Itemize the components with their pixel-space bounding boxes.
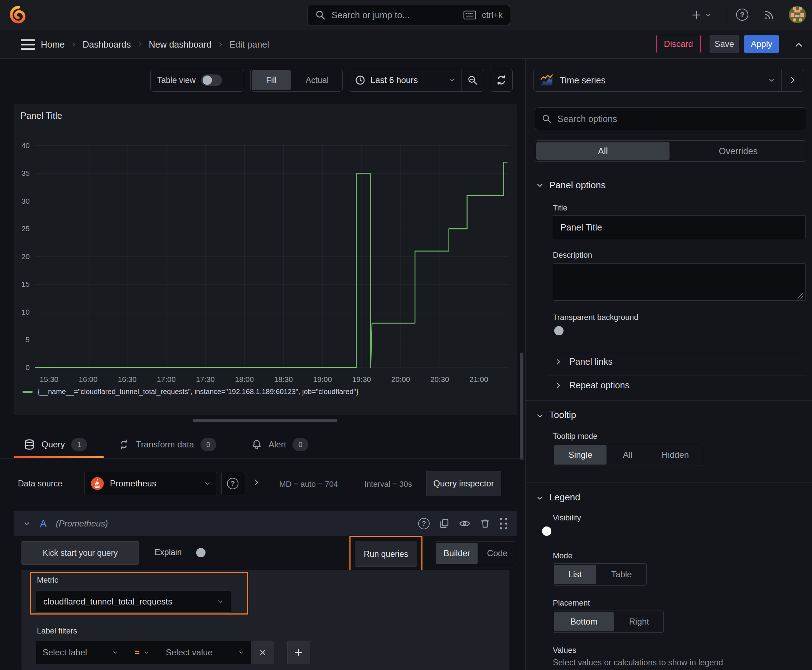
panel-options-collapse-icon [536, 181, 544, 189]
actions-divider [787, 37, 787, 52]
options-search-box[interactable]: Search options [535, 107, 806, 130]
refresh-button[interactable] [490, 69, 513, 91]
tooltip-collapse-icon [536, 411, 544, 420]
visualization-select[interactable]: Time series [534, 69, 781, 91]
save-button[interactable]: Save [710, 35, 739, 53]
tooltip-mode-hidden[interactable]: Hidden [648, 444, 703, 465]
panel-links-expand-icon [554, 358, 562, 366]
svg-text:17:30: 17:30 [196, 375, 215, 383]
help-icon[interactable]: ? [736, 8, 748, 21]
tooltip-header[interactable]: Tooltip [549, 409, 576, 421]
chart-legend-item[interactable]: {__name__="cloudflared_tunnel_total_requ… [22, 387, 358, 396]
label-filters-label: Label filters [37, 626, 77, 636]
global-search-box[interactable]: Search or jump to... ctrl+k [308, 5, 510, 25]
vertical-scrollbar-thumb[interactable] [520, 352, 524, 460]
breadcrumb-dashboards[interactable]: Dashboards [83, 39, 131, 50]
time-range-picker[interactable]: Last 6 hours [349, 69, 461, 91]
search-icon [315, 10, 326, 20]
zoom-out-time-button[interactable] [461, 69, 484, 91]
description-textarea[interactable] [553, 264, 805, 301]
tab-all[interactable]: All [536, 142, 670, 160]
code-option[interactable]: Code [479, 542, 516, 565]
textarea-resize-handle-icon[interactable] [798, 293, 804, 298]
menu-hamburger-icon[interactable] [21, 39, 35, 50]
add-new-button[interactable] [691, 8, 712, 22]
delete-query-trash-icon[interactable] [480, 518, 490, 529]
run-queries-button[interactable]: Run queries [355, 541, 417, 567]
tab-query-count-badge: 1 [71, 438, 87, 451]
time-range-label: Last 6 hours [371, 75, 443, 85]
grafana-edit-panel-page: Search or jump to... ctrl+k ? [0, 0, 812, 670]
close-icon [258, 648, 267, 657]
metric-label: Metric [37, 575, 58, 585]
chevron-down-icon [217, 598, 224, 605]
data-source-value: Prometheus [110, 479, 198, 489]
time-series-chart[interactable]: 051015202530354015:3016:0016:3017:0017:3… [14, 105, 517, 415]
tab-query[interactable]: Query 1 [24, 434, 87, 455]
legend-placement-bottom[interactable]: Bottom [554, 612, 614, 631]
panel-links-header[interactable]: Panel links [569, 357, 613, 367]
user-avatar[interactable] [788, 6, 806, 25]
builder-option[interactable]: Builder [436, 543, 478, 564]
svg-text:18:00: 18:00 [235, 375, 254, 383]
panel-title-input[interactable]: Panel Title [553, 215, 805, 239]
breadcrumb-home[interactable]: Home [41, 39, 65, 50]
expand-viz-picker-button[interactable] [781, 69, 804, 91]
query-help-icon[interactable]: ? [418, 518, 430, 530]
legend-header[interactable]: Legend [549, 492, 580, 503]
toggle-visibility-eye-icon[interactable] [459, 518, 470, 530]
grafana-logo[interactable] [9, 6, 27, 24]
kick-start-query-button[interactable]: Kick start your query [22, 541, 139, 565]
fill-actual-switch: Fill Actual [250, 69, 342, 91]
duplicate-query-icon[interactable] [439, 518, 450, 529]
bell-icon [251, 439, 262, 450]
query-inspector-button[interactable]: Query inspector [426, 471, 501, 496]
tooltip-mode-label: Tooltip mode [553, 431, 598, 441]
data-source-picker[interactable]: Prometheus [85, 472, 217, 495]
tab-overrides[interactable]: Overrides [671, 140, 806, 161]
legend-placement-right[interactable]: Right [615, 611, 663, 633]
builder-code-switch: Builder Code [435, 541, 516, 565]
select-value-placeholder: Select value [166, 648, 233, 658]
add-filter-button[interactable] [287, 641, 310, 664]
explain-label: Explain [155, 548, 181, 557]
tab-alert[interactable]: Alert 0 [251, 434, 308, 455]
tooltip-mode-all[interactable]: All [608, 444, 648, 465]
plus-icon [294, 648, 303, 657]
metric-select[interactable]: cloudflared_tunnel_total_requests [36, 590, 231, 613]
interval-info: Interval = 30s [364, 480, 412, 489]
drag-query-grip-icon[interactable] [500, 518, 508, 530]
collapse-options-pane-icon[interactable] [793, 39, 804, 50]
expand-row-chevron-icon[interactable] [252, 478, 261, 487]
question-circle-icon: ? [227, 478, 239, 489]
tabs-bottom-border [0, 459, 525, 459]
discard-button[interactable]: Discard [656, 35, 701, 53]
legend-mode-table[interactable]: Table [597, 564, 646, 585]
tooltip-mode-single[interactable]: Single [554, 445, 607, 465]
tab-transform-data[interactable]: Transform data 0 [118, 434, 216, 455]
fill-option[interactable]: Fill [252, 70, 291, 90]
tooltip-mode-switch: Single All Hidden [553, 444, 703, 466]
query-row-header[interactable]: A (Prometheus) ? [14, 511, 517, 536]
repeat-options-header[interactable]: Repeat options [569, 380, 629, 391]
actual-option[interactable]: Actual [292, 69, 342, 91]
legend-mode-switch: List Table [553, 563, 647, 585]
breadcrumb-new-dashboard[interactable]: New dashboard [149, 39, 212, 50]
select-label-dropdown[interactable]: Select label [36, 641, 125, 664]
pane-resize-handle[interactable] [193, 419, 337, 422]
operator-dropdown[interactable]: = [125, 641, 159, 664]
news-rss-icon[interactable] [763, 9, 775, 21]
apply-button[interactable]: Apply [744, 35, 779, 53]
chevron-right-icon [71, 41, 77, 47]
remove-filter-button[interactable] [251, 641, 274, 664]
svg-text:20: 20 [22, 252, 30, 261]
legend-mode-list[interactable]: List [554, 565, 596, 584]
data-source-help-button[interactable]: ? [221, 472, 244, 495]
panel-options-header[interactable]: Panel options [549, 180, 606, 191]
collapse-query-chevron-icon[interactable] [23, 520, 31, 528]
select-value-dropdown[interactable]: Select value [159, 641, 251, 664]
query-ref-id[interactable]: A [40, 518, 47, 530]
legend-placement-label: Placement [553, 599, 590, 608]
table-view-toggle[interactable] [201, 74, 222, 86]
svg-text:16:00: 16:00 [79, 375, 98, 383]
